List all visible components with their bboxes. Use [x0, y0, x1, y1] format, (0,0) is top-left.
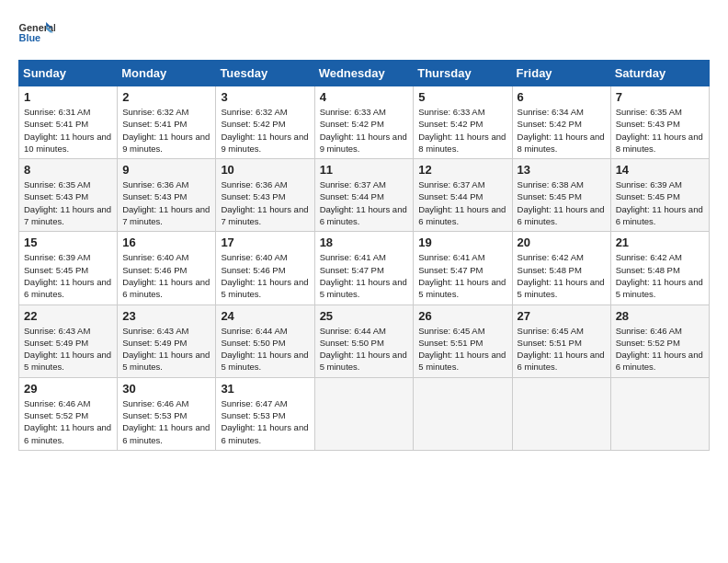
calendar-cell: 24 Sunrise: 6:44 AM Sunset: 5:50 PM Dayl…	[216, 304, 314, 377]
day-detail: Sunrise: 6:46 AM Sunset: 5:53 PM Dayligh…	[122, 397, 210, 446]
day-number: 20	[518, 236, 606, 249]
col-header-monday: Monday	[118, 61, 216, 86]
day-number: 30	[122, 382, 210, 396]
day-number: 16	[122, 236, 210, 249]
day-detail: Sunrise: 6:33 AM Sunset: 5:42 PM Dayligh…	[418, 106, 506, 155]
calendar-cell: 21 Sunrise: 6:42 AM Sunset: 5:48 PM Dayl…	[610, 232, 709, 304]
day-detail: Sunrise: 6:32 AM Sunset: 5:42 PM Dayligh…	[221, 106, 309, 155]
calendar-week-4: 22 Sunrise: 6:43 AM Sunset: 5:49 PM Dayl…	[19, 304, 710, 377]
calendar-cell: 11 Sunrise: 6:37 AM Sunset: 5:44 PM Dayl…	[314, 159, 414, 232]
day-detail: Sunrise: 6:38 AM Sunset: 5:45 PM Dayligh…	[518, 178, 606, 227]
col-header-wednesday: Wednesday	[314, 61, 414, 86]
day-detail: Sunrise: 6:40 AM Sunset: 5:46 PM Dayligh…	[221, 251, 309, 300]
day-number: 28	[616, 309, 704, 323]
calendar-cell: 9 Sunrise: 6:36 AM Sunset: 5:43 PM Dayli…	[118, 159, 216, 232]
calendar-cell: 1 Sunrise: 6:31 AM Sunset: 5:41 PM Dayli…	[19, 86, 118, 159]
calendar-cell: 16 Sunrise: 6:40 AM Sunset: 5:46 PM Dayl…	[118, 232, 216, 304]
calendar-cell: 15 Sunrise: 6:39 AM Sunset: 5:45 PM Dayl…	[19, 232, 118, 304]
calendar-cell	[610, 377, 709, 450]
day-detail: Sunrise: 6:47 AM Sunset: 5:53 PM Dayligh…	[221, 397, 309, 446]
day-number: 21	[616, 236, 704, 249]
day-detail: Sunrise: 6:31 AM Sunset: 5:41 PM Dayligh…	[24, 106, 112, 155]
calendar-week-2: 8 Sunrise: 6:35 AM Sunset: 5:43 PM Dayli…	[19, 159, 710, 232]
calendar-cell: 5 Sunrise: 6:33 AM Sunset: 5:42 PM Dayli…	[414, 86, 512, 159]
day-number: 22	[24, 309, 112, 323]
day-detail: Sunrise: 6:39 AM Sunset: 5:45 PM Dayligh…	[616, 178, 704, 227]
day-number: 3	[221, 90, 309, 104]
day-detail: Sunrise: 6:39 AM Sunset: 5:45 PM Dayligh…	[24, 251, 112, 300]
day-number: 19	[418, 236, 506, 249]
calendar-cell: 26 Sunrise: 6:45 AM Sunset: 5:51 PM Dayl…	[414, 304, 512, 377]
calendar-table: SundayMondayTuesdayWednesdayThursdayFrid…	[18, 60, 710, 451]
day-number: 14	[616, 163, 704, 177]
day-detail: Sunrise: 6:35 AM Sunset: 5:43 PM Dayligh…	[616, 106, 704, 155]
calendar-cell: 13 Sunrise: 6:38 AM Sunset: 5:45 PM Dayl…	[512, 159, 610, 232]
page-header: General Blue	[18, 18, 710, 51]
day-detail: Sunrise: 6:35 AM Sunset: 5:43 PM Dayligh…	[24, 178, 112, 227]
col-header-saturday: Saturday	[610, 61, 709, 86]
day-detail: Sunrise: 6:33 AM Sunset: 5:42 PM Dayligh…	[320, 106, 409, 155]
day-number: 8	[24, 163, 112, 177]
day-number: 23	[122, 309, 210, 323]
calendar-cell: 31 Sunrise: 6:47 AM Sunset: 5:53 PM Dayl…	[216, 377, 314, 450]
day-number: 13	[518, 163, 606, 177]
day-detail: Sunrise: 6:41 AM Sunset: 5:47 PM Dayligh…	[418, 251, 506, 300]
calendar-cell: 30 Sunrise: 6:46 AM Sunset: 5:53 PM Dayl…	[118, 377, 216, 450]
day-detail: Sunrise: 6:43 AM Sunset: 5:49 PM Dayligh…	[24, 325, 112, 373]
day-number: 25	[320, 309, 409, 323]
calendar-cell: 17 Sunrise: 6:40 AM Sunset: 5:46 PM Dayl…	[216, 232, 314, 304]
day-detail: Sunrise: 6:41 AM Sunset: 5:47 PM Dayligh…	[320, 251, 409, 300]
calendar-cell: 20 Sunrise: 6:42 AM Sunset: 5:48 PM Dayl…	[512, 232, 610, 304]
day-number: 5	[418, 90, 506, 104]
calendar-week-1: 1 Sunrise: 6:31 AM Sunset: 5:41 PM Dayli…	[19, 86, 710, 159]
calendar-cell: 7 Sunrise: 6:35 AM Sunset: 5:43 PM Dayli…	[610, 86, 709, 159]
day-number: 18	[320, 236, 409, 249]
calendar-cell	[314, 377, 414, 450]
day-number: 6	[518, 90, 606, 104]
day-number: 10	[221, 163, 309, 177]
calendar-cell: 6 Sunrise: 6:34 AM Sunset: 5:42 PM Dayli…	[512, 86, 610, 159]
day-detail: Sunrise: 6:36 AM Sunset: 5:43 PM Dayligh…	[122, 178, 210, 227]
col-header-sunday: Sunday	[19, 61, 118, 86]
svg-text:Blue: Blue	[19, 32, 41, 43]
day-detail: Sunrise: 6:46 AM Sunset: 5:52 PM Dayligh…	[616, 325, 704, 373]
day-number: 26	[418, 309, 506, 323]
calendar-cell: 25 Sunrise: 6:44 AM Sunset: 5:50 PM Dayl…	[314, 304, 414, 377]
day-number: 27	[518, 309, 606, 323]
day-detail: Sunrise: 6:37 AM Sunset: 5:44 PM Dayligh…	[320, 178, 409, 227]
day-number: 9	[122, 163, 210, 177]
calendar-cell: 4 Sunrise: 6:33 AM Sunset: 5:42 PM Dayli…	[314, 86, 414, 159]
calendar-week-3: 15 Sunrise: 6:39 AM Sunset: 5:45 PM Dayl…	[19, 232, 710, 304]
day-detail: Sunrise: 6:45 AM Sunset: 5:51 PM Dayligh…	[518, 325, 606, 373]
calendar-cell: 18 Sunrise: 6:41 AM Sunset: 5:47 PM Dayl…	[314, 232, 414, 304]
col-header-tuesday: Tuesday	[216, 61, 314, 86]
calendar-cell: 27 Sunrise: 6:45 AM Sunset: 5:51 PM Dayl…	[512, 304, 610, 377]
logo: General Blue	[18, 18, 59, 51]
calendar-cell: 22 Sunrise: 6:43 AM Sunset: 5:49 PM Dayl…	[19, 304, 118, 377]
day-detail: Sunrise: 6:42 AM Sunset: 5:48 PM Dayligh…	[616, 251, 704, 300]
col-header-thursday: Thursday	[414, 61, 512, 86]
calendar-cell: 3 Sunrise: 6:32 AM Sunset: 5:42 PM Dayli…	[216, 86, 314, 159]
calendar-cell: 29 Sunrise: 6:46 AM Sunset: 5:52 PM Dayl…	[19, 377, 118, 450]
calendar-cell	[414, 377, 512, 450]
day-number: 24	[221, 309, 309, 323]
col-header-friday: Friday	[512, 61, 610, 86]
day-detail: Sunrise: 6:32 AM Sunset: 5:41 PM Dayligh…	[122, 106, 210, 155]
day-detail: Sunrise: 6:45 AM Sunset: 5:51 PM Dayligh…	[418, 325, 506, 373]
day-detail: Sunrise: 6:43 AM Sunset: 5:49 PM Dayligh…	[122, 325, 210, 373]
day-number: 12	[418, 163, 506, 177]
day-detail: Sunrise: 6:46 AM Sunset: 5:52 PM Dayligh…	[24, 397, 112, 446]
day-number: 4	[320, 90, 409, 104]
day-detail: Sunrise: 6:36 AM Sunset: 5:43 PM Dayligh…	[221, 178, 309, 227]
day-number: 15	[24, 236, 112, 249]
calendar-cell: 12 Sunrise: 6:37 AM Sunset: 5:44 PM Dayl…	[414, 159, 512, 232]
calendar-cell: 2 Sunrise: 6:32 AM Sunset: 5:41 PM Dayli…	[118, 86, 216, 159]
calendar-cell: 8 Sunrise: 6:35 AM Sunset: 5:43 PM Dayli…	[19, 159, 118, 232]
day-number: 1	[24, 90, 112, 104]
day-detail: Sunrise: 6:37 AM Sunset: 5:44 PM Dayligh…	[418, 178, 506, 227]
day-number: 2	[122, 90, 210, 104]
calendar-cell: 10 Sunrise: 6:36 AM Sunset: 5:43 PM Dayl…	[216, 159, 314, 232]
calendar-week-5: 29 Sunrise: 6:46 AM Sunset: 5:52 PM Dayl…	[19, 377, 710, 450]
calendar-cell	[512, 377, 610, 450]
day-number: 29	[24, 382, 112, 396]
